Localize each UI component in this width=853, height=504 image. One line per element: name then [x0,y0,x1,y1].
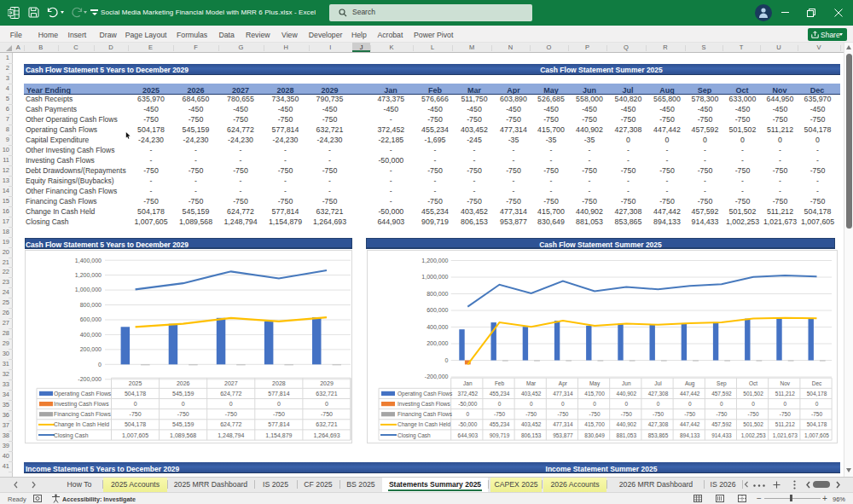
svg-text:Mar: Mar [526,380,537,386]
svg-text:-750: -750 [779,411,790,417]
svg-text:-750: -750 [557,411,568,417]
svg-text:455,234: 455,234 [489,421,509,427]
svg-text:577,814: 577,814 [268,421,289,427]
svg-text:-750: -750 [525,411,537,417]
svg-text:Closing Cash: Closing Cash [397,432,431,439]
svg-text:-750: -750 [810,411,821,417]
svg-text:-200,000: -200,000 [424,374,448,379]
svg-text:914,433: 914,433 [711,432,732,438]
svg-text:Financing Cash Flows: Financing Cash Flows [397,411,453,418]
svg-text:Operating Cash Flows: Operating Cash Flows [54,391,112,397]
svg-text:632,721: 632,721 [316,421,337,427]
svg-text:0: 0 [624,401,628,407]
svg-text:1,000,000: 1,000,000 [74,287,101,293]
svg-text:501,502: 501,502 [743,421,763,427]
svg-text:Aug: Aug [684,380,694,387]
svg-text:909,719: 909,719 [489,432,509,438]
svg-text:0: 0 [98,362,102,368]
svg-text:0: 0 [181,401,184,407]
svg-text:Closing Cash: Closing Cash [54,432,89,439]
svg-text:Jun: Jun [622,380,631,386]
svg-text:-750: -750 [620,411,631,417]
svg-text:-750: -750 [716,411,727,417]
svg-text:-50,000: -50,000 [458,421,477,427]
svg-text:-750: -750 [747,411,758,417]
svg-text:1,264,693: 1,264,693 [313,432,339,438]
svg-text:-750: -750 [652,411,663,417]
svg-text:Apr: Apr [558,380,567,387]
svg-text:-200,000: -200,000 [78,376,102,382]
svg-text:477,314: 477,314 [553,391,573,397]
svg-text:447,442: 447,442 [679,391,699,397]
svg-text:800,000: 800,000 [426,291,448,297]
svg-text:2026: 2026 [176,380,189,386]
svg-text:-750: -750 [589,411,600,417]
svg-text:511,212: 511,212 [775,391,794,397]
svg-text:Feb: Feb [494,380,504,386]
svg-text:504,178: 504,178 [124,391,145,397]
svg-text:440,902: 440,902 [616,421,636,427]
svg-text:1,089,568: 1,089,568 [170,432,196,438]
svg-text:427,308: 427,308 [647,391,668,397]
svg-text:0: 0 [444,357,448,363]
svg-text:0: 0 [229,401,232,407]
svg-text:894,133: 894,133 [679,432,699,438]
svg-text:Nov: Nov [780,380,790,386]
svg-text:Sep: Sep [717,380,727,387]
svg-text:0: 0 [325,401,328,407]
svg-text:Change In Cash Held: Change In Cash Held [54,421,109,428]
svg-text:1,002,253: 1,002,253 [740,432,765,438]
svg-text:504,178: 504,178 [806,391,827,397]
svg-text:0: 0 [133,401,136,407]
svg-text:1,200,000: 1,200,000 [74,272,101,278]
svg-text:2027: 2027 [224,380,238,386]
svg-text:0: 0 [656,401,659,407]
svg-text:Oct: Oct [749,380,757,386]
svg-text:415,700: 415,700 [584,391,605,397]
svg-text:577,814: 577,814 [268,391,289,397]
svg-text:0: 0 [688,401,691,407]
svg-text:0: 0 [593,401,596,407]
svg-text:511,212: 511,212 [775,421,794,427]
svg-text:881,053: 881,053 [616,432,636,438]
svg-text:-750: -750 [224,411,236,417]
svg-text:1,154,879: 1,154,879 [265,432,292,438]
svg-text:477,314: 477,314 [553,421,573,427]
svg-text:Change In Cash Held: Change In Cash Held [397,421,451,428]
svg-text:0: 0 [561,401,565,407]
svg-text:504,178: 504,178 [806,421,827,427]
svg-text:403,452: 403,452 [520,391,541,397]
svg-text:2029: 2029 [320,380,334,386]
svg-text:853,865: 853,865 [647,432,668,438]
svg-text:457,592: 457,592 [711,421,732,427]
svg-text:2028: 2028 [272,380,286,386]
svg-text:624,772: 624,772 [220,421,241,427]
svg-text:Jul: Jul [654,380,662,386]
svg-text:457,592: 457,592 [711,391,732,397]
svg-text:-750: -750 [129,411,141,417]
svg-text:Dec: Dec [811,380,821,386]
svg-text:0: 0 [815,401,818,407]
svg-text:1,021,673: 1,021,673 [772,432,797,438]
svg-text:1,248,794: 1,248,794 [218,432,244,438]
svg-text:Financing Cash Flows: Financing Cash Flows [54,411,111,418]
svg-text:Investing Cash Flows: Investing Cash Flows [397,401,451,408]
svg-text:600,000: 600,000 [79,316,101,322]
svg-text:-750: -750 [272,411,284,417]
svg-text:0: 0 [466,411,469,417]
svg-text:427,308: 427,308 [647,421,668,427]
svg-text:2025: 2025 [128,380,142,386]
svg-text:1,007,605: 1,007,605 [804,432,829,438]
svg-text:400,000: 400,000 [426,324,448,330]
svg-text:415,700: 415,700 [584,421,605,427]
svg-text:400,000: 400,000 [79,332,101,338]
svg-text:800,000: 800,000 [79,302,101,308]
svg-text:-750: -750 [684,411,695,417]
svg-text:200,000: 200,000 [426,340,448,346]
svg-text:-50,000: -50,000 [458,401,477,407]
svg-text:403,452: 403,452 [520,421,541,427]
svg-text:504,178: 504,178 [124,421,145,427]
svg-text:953,877: 953,877 [553,432,573,438]
svg-text:806,153: 806,153 [520,432,541,438]
svg-text:May: May [589,380,600,387]
